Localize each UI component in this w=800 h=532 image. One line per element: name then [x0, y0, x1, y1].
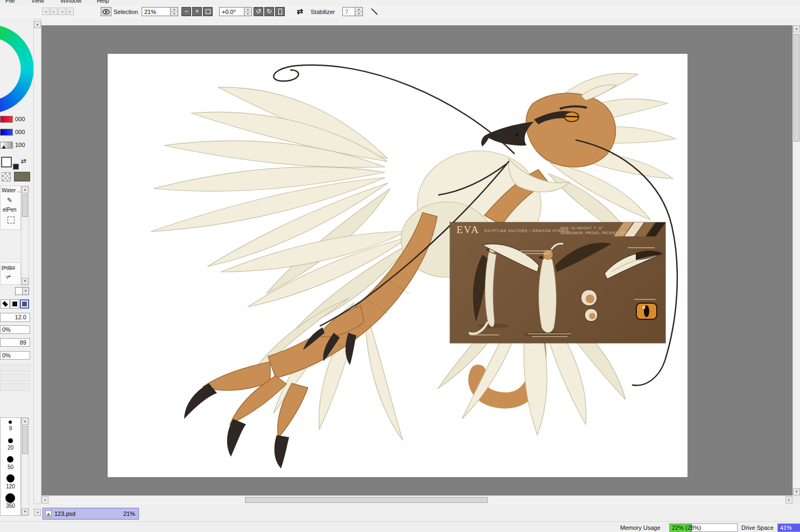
- blue-slider[interactable]: [0, 129, 13, 136]
- nav-back2-icon[interactable]: ◂: [58, 8, 66, 15]
- reset-square-icon: [206, 9, 210, 14]
- spin-up-icon[interactable]: ▲: [244, 8, 251, 11]
- document-tab-bar: ◂ 123.psd 21%: [33, 504, 800, 521]
- red-slider[interactable]: [0, 116, 13, 123]
- swap-colors-icon[interactable]: ⇄: [21, 157, 26, 165]
- tool-list-scrollbar[interactable]: ▲ ▼: [21, 186, 29, 285]
- menu-help[interactable]: Help: [97, 0, 109, 4]
- tool-panel: 000 000 100 ⇄ Water ... ✎ elPen ▲ ▼ рндш: [0, 19, 33, 532]
- color-wheel[interactable]: [0, 24, 33, 114]
- tool-list: Water ... ✎ elPen: [0, 186, 21, 230]
- scroll-down-icon[interactable]: ▼: [22, 278, 29, 285]
- preset-dot[interactable]: [8, 438, 13, 443]
- tool-item-water[interactable]: Water ...: [2, 187, 22, 193]
- tool-item-pencil-ru[interactable]: рндш: [2, 264, 15, 270]
- rotate-cw-button[interactable]: ↻: [264, 7, 274, 16]
- scroll-up-icon[interactable]: ▲: [34, 21, 41, 28]
- canvas-viewport[interactable]: EVA Egyptian Vulture / Dragon Hybrid Age…: [41, 25, 792, 495]
- canvas-document[interactable]: EVA Egyptian Vulture / Dragon Hybrid Age…: [108, 54, 687, 477]
- list-item[interactable]: 9: [0, 425, 21, 431]
- list-item[interactable]: 120: [0, 484, 21, 489]
- scissors-tool-icon[interactable]: ✂: [5, 272, 13, 282]
- brush-slider-b[interactable]: [0, 374, 30, 381]
- rotate-reset-button[interactable]: [275, 7, 285, 16]
- line-stroke-button[interactable]: [370, 7, 379, 16]
- brush-param-3[interactable]: 0%: [0, 351, 30, 360]
- preset-dot[interactable]: [9, 421, 12, 424]
- nav-back-icon[interactable]: ◂: [42, 8, 50, 15]
- document-tab[interactable]: 123.psd 21%: [43, 508, 139, 520]
- preset-list-scrollbar[interactable]: ▲ ▼: [21, 417, 29, 516]
- brush-size-field[interactable]: 12.0: [0, 313, 30, 322]
- brush-param-2[interactable]: 89: [0, 338, 30, 347]
- rotate-ccw-button[interactable]: ↺: [254, 7, 263, 16]
- transparent-color-swatch[interactable]: [2, 172, 11, 181]
- foreground-color-swatch[interactable]: [1, 157, 12, 167]
- dropdown-arrow-icon[interactable]: ▼: [22, 288, 29, 295]
- spin-up-icon[interactable]: ▲: [171, 8, 178, 11]
- tab-scroll-left-icon[interactable]: ◂: [34, 509, 41, 516]
- zoom-reset-button[interactable]: [203, 7, 213, 16]
- color-slider-red: 000: [0, 115, 33, 124]
- background-color-swatch[interactable]: [13, 164, 19, 170]
- ref-figures: [450, 222, 665, 343]
- zoom-spinner[interactable]: ▲ ▼: [170, 8, 178, 16]
- secondary-color-swatch[interactable]: [14, 172, 30, 181]
- brush-slider-c[interactable]: [0, 383, 30, 391]
- panel-scrollbar[interactable]: ▲: [33, 19, 41, 504]
- scroll-down-icon[interactable]: ▼: [793, 488, 800, 495]
- scroll-down-icon[interactable]: ▼: [22, 508, 29, 515]
- stabilizer-spinner[interactable]: ▲ ▼: [355, 8, 362, 16]
- spin-down-icon[interactable]: ▼: [244, 11, 251, 16]
- nav-forward-icon[interactable]: ▸: [50, 8, 58, 15]
- flip-horizontal-button[interactable]: ⇄: [293, 8, 306, 16]
- menu-window[interactable]: Window: [60, 0, 81, 4]
- brush-slider-a[interactable]: [0, 364, 30, 372]
- brush-param-2-value: 89: [20, 339, 26, 346]
- scroll-right-icon[interactable]: ▸: [785, 496, 792, 503]
- brush-shape-square[interactable]: [10, 299, 19, 309]
- vertical-scrollbar[interactable]: ▲ ▼: [792, 25, 800, 495]
- nav-forward2-icon[interactable]: ▸: [66, 8, 74, 15]
- spin-up-icon[interactable]: ▲: [355, 8, 362, 11]
- scrollbar-thumb[interactable]: [245, 497, 488, 503]
- preset-dot[interactable]: [6, 474, 15, 482]
- zoom-combobox[interactable]: 21% ▲ ▼: [142, 7, 178, 16]
- brush-param-1-value: 0%: [2, 326, 11, 333]
- scroll-left-icon[interactable]: ◂: [41, 496, 48, 503]
- list-item[interactable]: 350: [0, 503, 21, 509]
- scrollbar-thumb[interactable]: [794, 34, 799, 142]
- angle-spinner[interactable]: ▲ ▼: [244, 8, 251, 16]
- backslash-icon: [370, 7, 379, 16]
- zoom-in-button[interactable]: +: [192, 7, 202, 16]
- scroll-up-icon[interactable]: ▲: [793, 25, 800, 32]
- spin-down-icon[interactable]: ▼: [171, 11, 178, 16]
- preset-dot[interactable]: [5, 493, 15, 503]
- list-item[interactable]: 50: [0, 464, 21, 470]
- selection-visibility-button[interactable]: [101, 7, 111, 16]
- document-thumbnail-icon: [45, 510, 52, 517]
- tool-item-pixelpen[interactable]: elPen: [3, 207, 17, 213]
- brush-mode-dropdown[interactable]: ▼: [15, 287, 29, 295]
- selection-pen-icon[interactable]: [8, 216, 15, 223]
- reset-rect-icon: [278, 9, 282, 15]
- spin-down-icon[interactable]: ▼: [355, 11, 362, 16]
- scrollbar-thumb[interactable]: [22, 194, 28, 217]
- horizontal-scrollbar[interactable]: ◂ ▸: [41, 495, 792, 504]
- memory-usage-bar: 22% (28%): [669, 523, 738, 532]
- brush-shape-round[interactable]: [1, 299, 10, 309]
- menu-view[interactable]: View: [31, 0, 44, 4]
- brush-param-1[interactable]: 0%: [0, 325, 30, 334]
- pencil-tool-icon[interactable]: ✎: [7, 197, 12, 204]
- menu-file[interactable]: File: [5, 0, 15, 4]
- scroll-up-icon[interactable]: ▲: [22, 186, 29, 193]
- preset-dot[interactable]: [7, 456, 13, 463]
- value-slider[interactable]: [0, 142, 13, 149]
- angle-combobox[interactable]: +0.0° ▲ ▼: [219, 7, 252, 16]
- stabilizer-combobox[interactable]: 7 ▲ ▼: [342, 7, 363, 16]
- zoom-out-button[interactable]: −: [181, 7, 191, 16]
- scroll-up-icon[interactable]: ▲: [22, 418, 29, 425]
- brush-shape-selected[interactable]: [20, 299, 29, 309]
- scrollbar-thumb[interactable]: [22, 426, 28, 454]
- list-item[interactable]: 20: [0, 445, 21, 451]
